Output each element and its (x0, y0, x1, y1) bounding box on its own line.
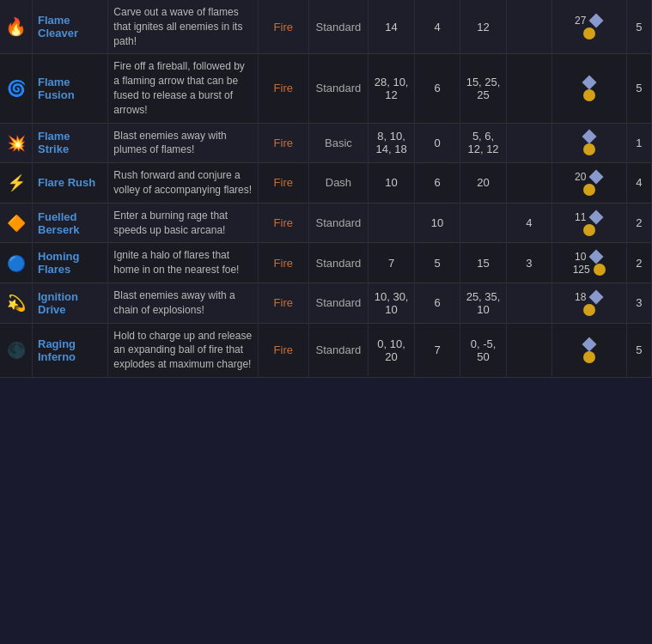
skill-damage (369, 203, 415, 243)
skill-cost (551, 123, 626, 163)
table-row: ⚡ Flare Rush Rush forward and conjure a … (0, 163, 652, 204)
skill-description: Rush forward and conjure a volley of acc… (108, 163, 259, 204)
skill-damage: 10, 30, 10 (369, 283, 415, 323)
skill-name: Flare Rush (33, 163, 108, 204)
skill-icon: 💥 (0, 123, 33, 163)
skill-name: Ignition Drive (33, 283, 108, 323)
skill-cost: 27 (551, 0, 626, 54)
skill-cost: 20 (551, 163, 626, 204)
skill-description: Blast enemies away with plumes of flames… (108, 123, 259, 163)
skill-icon: 🌀 (0, 54, 33, 123)
table-row: 💫 Ignition Drive Blast enemies away with… (0, 283, 652, 323)
skill-description: Enter a burning rage that speeds up basi… (108, 203, 259, 243)
skill-cost: 18 (551, 283, 626, 323)
skill-icon: 🔶 (0, 203, 33, 243)
table-row: 🌑 Raging Inferno Hold to charge up and r… (0, 323, 652, 377)
skill-damage: 0, 10, 20 (369, 323, 415, 377)
skill-cooldown: 15 (460, 243, 507, 283)
skill-hits: 6 (414, 163, 460, 204)
skill-level: 4 (626, 163, 651, 204)
skill-cooldown: 20 (460, 163, 507, 204)
skill-icon: 🔵 (0, 243, 33, 283)
skill-name: Flame Strike (33, 123, 108, 163)
skill-category: Dash (308, 163, 369, 204)
skill-level: 2 (626, 243, 651, 283)
skill-type: Fire (259, 54, 309, 123)
skill-hits: 6 (414, 54, 460, 123)
skill-hits: 6 (414, 283, 460, 323)
table-row: 🔥 Flame Cleaver Carve out a wave of flam… (0, 0, 652, 54)
skill-cooldown (460, 203, 507, 243)
skill-category: Standard (308, 203, 369, 243)
skill-type: Fire (259, 323, 309, 377)
skill-type: Fire (259, 163, 309, 204)
skill-hits: 4 (414, 0, 460, 54)
skill-bonus (506, 54, 551, 123)
skill-category: Standard (308, 323, 369, 377)
skill-bonus (506, 283, 551, 323)
skill-bonus (506, 123, 551, 163)
skill-bonus (506, 323, 551, 377)
skill-damage: 28, 10, 12 (369, 54, 415, 123)
skill-description: Carve out a wave of flames that ignites … (108, 0, 259, 54)
table-row: 🔶 Fuelled Berserk Enter a burning rage t… (0, 203, 652, 243)
skill-category: Standard (308, 54, 369, 123)
table-row: 🔵 Homing Flares Ignite a halo of flares … (0, 243, 652, 283)
skill-cooldown: 12 (460, 0, 507, 54)
skill-category: Standard (308, 283, 369, 323)
skill-type: Fire (259, 283, 309, 323)
skill-bonus (506, 0, 551, 54)
skill-cooldown: 0, -5, 50 (460, 323, 507, 377)
skill-cost: 10125 (551, 243, 626, 283)
skill-description: Hold to charge up and release an expandi… (108, 323, 259, 377)
skill-name: Fuelled Berserk (33, 203, 108, 243)
skill-hits: 0 (414, 123, 460, 163)
table-row: 🌀 Flame Fusion Fire off a fireball, foll… (0, 54, 652, 123)
skill-hits: 10 (414, 203, 460, 243)
skill-bonus: 3 (506, 243, 551, 283)
skill-level: 5 (626, 323, 651, 377)
skill-cost (551, 323, 626, 377)
skill-icon: 💫 (0, 283, 33, 323)
skill-name: Homing Flares (33, 243, 108, 283)
skill-damage: 8, 10, 14, 18 (369, 123, 415, 163)
skill-name: Raging Inferno (33, 323, 108, 377)
skill-damage: 14 (369, 0, 415, 54)
skill-type: Fire (259, 0, 309, 54)
table-row: 💥 Flame Strike Blast enemies away with p… (0, 123, 652, 163)
skill-name: Flame Fusion (33, 54, 108, 123)
skill-bonus: 4 (506, 203, 551, 243)
skill-level: 2 (626, 203, 651, 243)
skill-type: Fire (259, 123, 309, 163)
skill-level: 5 (626, 54, 651, 123)
skill-type: Fire (259, 243, 309, 283)
skill-icon: 🔥 (0, 0, 33, 54)
skill-bonus (506, 163, 551, 204)
skill-damage: 10 (369, 163, 415, 204)
skill-cooldown: 15, 25, 25 (460, 54, 507, 123)
skill-cooldown: 25, 35, 10 (460, 283, 507, 323)
skill-name: Flame Cleaver (33, 0, 108, 54)
skill-icon: ⚡ (0, 163, 33, 204)
skill-cost: 11 (551, 203, 626, 243)
skill-category: Basic (308, 123, 369, 163)
skill-level: 3 (626, 283, 651, 323)
skill-icon: 🌑 (0, 323, 33, 377)
skill-description: Fire off a fireball, followed by a flami… (108, 54, 259, 123)
skill-damage: 7 (369, 243, 415, 283)
skill-hits: 5 (414, 243, 460, 283)
skill-cooldown: 5, 6, 12, 12 (460, 123, 507, 163)
skill-category: Standard (308, 0, 369, 54)
skill-type: Fire (259, 203, 309, 243)
skill-description: Blast enemies away with a chain of explo… (108, 283, 259, 323)
skill-description: Ignite a halo of flares that home in on … (108, 243, 259, 283)
skill-hits: 7 (414, 323, 460, 377)
skill-level: 5 (626, 0, 651, 54)
skill-cost (551, 54, 626, 123)
skill-level: 1 (626, 123, 651, 163)
skill-category: Standard (308, 243, 369, 283)
